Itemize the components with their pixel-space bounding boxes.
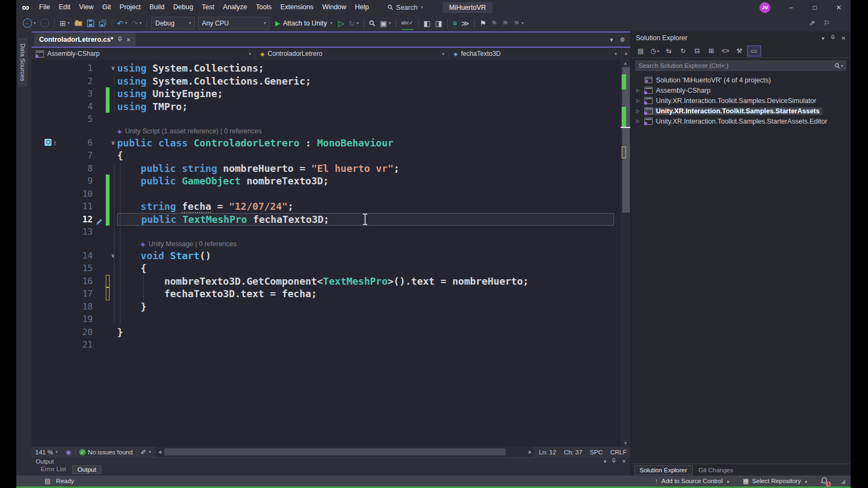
sync-with-active-document-icon[interactable]: ▤ — [634, 46, 647, 56]
line-number[interactable]: 19 — [56, 313, 93, 326]
breakpoint-margin[interactable] — [31, 113, 56, 126]
breakpoint-margin[interactable] — [31, 213, 56, 226]
nav-back-icon[interactable]: ←▾ — [21, 17, 38, 30]
start-without-debugging-icon[interactable]: ▷ — [336, 17, 347, 30]
redo-icon[interactable]: ↷▾ — [130, 17, 144, 30]
line-number[interactable]: 5 — [56, 113, 93, 126]
tab-controladorletrero[interactable]: ControladorLetrero.cs* ✕ — [34, 33, 136, 46]
code-text[interactable]: using System.Collections.Generic; — [117, 75, 614, 88]
code-text[interactable]: } — [117, 326, 614, 339]
member-dropdown[interactable]: ◈ fechaTexto3D ▾ — [449, 48, 622, 60]
editor-options-gear-icon[interactable]: ⚙ — [620, 36, 625, 43]
menu-item-test[interactable]: Test — [197, 0, 219, 15]
breakpoint-margin[interactable] — [31, 75, 56, 88]
line-number[interactable]: 3 — [56, 87, 93, 100]
breakpoint-margin[interactable] — [31, 287, 56, 300]
code-text[interactable]: { — [117, 262, 614, 275]
menu-item-debug[interactable]: Debug — [169, 0, 197, 15]
breakpoint-margin[interactable]: ↑ — [31, 137, 56, 150]
clear-bookmarks-icon[interactable]: ⚑▾ — [511, 17, 526, 30]
output-tab-output[interactable]: Output — [72, 465, 102, 474]
chevron-down-icon[interactable]: ▾ — [604, 459, 607, 464]
code-text[interactable]: fechaTexto3D.text = fecha; — [117, 287, 614, 300]
decrease-indent-icon[interactable]: ≫ — [459, 17, 471, 30]
attach-to-unity-button[interactable]: ▶Attach to Unity▾ — [271, 20, 336, 27]
find-in-files-icon[interactable] — [367, 17, 378, 30]
breakpoint-margin[interactable] — [31, 175, 56, 188]
search-box[interactable]: Search ▾ — [382, 3, 429, 12]
breakpoint-margin[interactable] — [31, 188, 56, 201]
codelens-text[interactable]: Unity Script (1 asset reference) | 0 ref… — [125, 126, 261, 137]
output-tab-error-list[interactable]: Error List — [36, 465, 71, 473]
split-window-button[interactable]: + — [622, 48, 630, 60]
code-text[interactable]: using UnityEngine; — [117, 87, 614, 100]
spaces-indicator[interactable]: SPC — [586, 447, 607, 457]
fold-toggle[interactable]: ∨ — [111, 137, 117, 150]
toggle-bookmark-icon[interactable]: ⚑ — [477, 17, 489, 30]
line-number[interactable]: 10 — [56, 188, 93, 201]
breakpoint-margin[interactable] — [31, 262, 56, 275]
close-icon[interactable]: ✕ — [622, 459, 626, 464]
view-code-icon[interactable]: <> — [719, 46, 732, 56]
resize-grip[interactable]: ◢ — [841, 478, 845, 484]
tab-close-icon[interactable]: ✕ — [126, 37, 131, 43]
line-number[interactable]: 1 — [56, 62, 93, 75]
scrollbar-thumb[interactable] — [164, 448, 506, 455]
scroll-right-icon[interactable]: ▶ — [528, 447, 532, 457]
menu-item-view[interactable]: View — [75, 0, 98, 15]
breakpoint-margin[interactable] — [31, 200, 56, 213]
breakpoint-margin[interactable] — [31, 275, 56, 288]
breakpoint-margin[interactable] — [31, 87, 56, 100]
scroll-down-icon[interactable]: ▼ — [621, 441, 630, 446]
code-text[interactable]: public GameObject nombreTexto3D; — [117, 175, 614, 188]
tree-item-project[interactable]: ▷Assembly-CSharp — [631, 85, 851, 95]
solution-platform-dropdown[interactable]: Any CPU▾ — [198, 17, 270, 29]
pending-changes-filter-icon[interactable]: ◷▾ — [648, 46, 661, 56]
line-number[interactable]: 18 — [56, 300, 93, 313]
collapse-all-icon[interactable]: ⊟ — [691, 46, 704, 56]
refresh-icon[interactable]: ↻ — [676, 46, 690, 56]
notifications-bell-icon[interactable]: 1 — [821, 477, 828, 485]
line-number[interactable]: 21 — [56, 338, 93, 351]
code-text[interactable] — [117, 226, 614, 239]
tree-item-project[interactable]: ▷Unity.XR.Interaction.Toolkit.Samples.St… — [631, 106, 851, 116]
horizontal-scrollbar[interactable]: ◀ ▶ — [156, 447, 534, 457]
live-preview-icon[interactable]: ◉ — [62, 447, 75, 457]
code-text[interactable]: string fecha = "12/07/24"; — [117, 200, 614, 213]
line-number[interactable]: 4 — [56, 100, 93, 113]
code-text[interactable]: { — [117, 149, 614, 162]
menu-item-file[interactable]: File — [35, 0, 54, 15]
properties-icon[interactable]: ⚒ — [733, 46, 746, 56]
panel-tab-solution-explorer[interactable]: Solution Explorer — [634, 465, 693, 475]
project-dropdown[interactable]: Assembly-CSharp ▾ — [31, 48, 256, 60]
line-number[interactable]: 13 — [56, 226, 93, 239]
tab-list-chevron-icon[interactable]: ▾ — [610, 36, 614, 43]
select-repository-button[interactable]: ▦ Select Repository ▲ — [743, 477, 808, 485]
menu-item-analyze[interactable]: Analyze — [219, 0, 251, 15]
code-text[interactable] — [117, 313, 614, 326]
breakpoint-margin[interactable] — [31, 338, 56, 351]
close-button[interactable]: ✕ — [827, 0, 851, 15]
code-text[interactable]: } — [117, 300, 614, 313]
tree-item-project[interactable]: ▷Unity.XR.Interaction.Toolkit.Samples.De… — [631, 95, 851, 106]
document-health-indicator[interactable]: ✓ No issues found — [75, 447, 136, 457]
code-text[interactable]: nombreTexto3D.GetComponent<TextMeshPro>(… — [117, 275, 614, 288]
breakpoint-margin[interactable] — [31, 226, 56, 239]
show-all-files-icon[interactable]: ⊞ — [705, 46, 718, 56]
breakpoint-margin[interactable] — [31, 62, 56, 75]
minimize-button[interactable]: – — [779, 0, 803, 15]
breakpoint-margin[interactable] — [31, 313, 56, 326]
share-icon[interactable]: ⇗ — [809, 19, 815, 27]
hot-reload-icon[interactable]: ↻▾ — [347, 17, 361, 30]
code-text[interactable] — [117, 113, 614, 126]
breakpoint-margin[interactable] — [31, 249, 56, 262]
save-icon[interactable] — [85, 17, 97, 30]
type-dropdown[interactable]: ◆ ControladorLetrero ▾ — [256, 48, 449, 60]
tree-item-solution[interactable]: Solution 'MiHuertoVR' (4 of 4 projects) — [631, 75, 851, 85]
line-indicator[interactable]: Ln: 12 — [535, 447, 560, 457]
chevron-down-icon[interactable]: ▾ — [822, 35, 825, 41]
menu-item-tools[interactable]: Tools — [252, 0, 276, 15]
line-number[interactable]: 12 — [56, 213, 93, 226]
maximize-button[interactable]: □ — [803, 0, 827, 15]
menu-item-help[interactable]: Help — [350, 0, 373, 15]
